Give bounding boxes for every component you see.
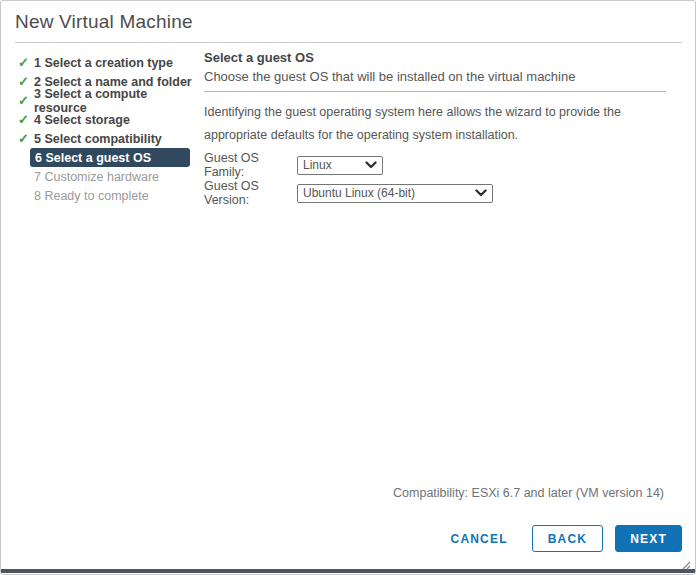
page-subheading: Choose the guest OS that will be install… — [204, 69, 575, 84]
next-button[interactable]: NEXT — [615, 525, 682, 552]
dialog-title: New Virtual Machine — [15, 11, 193, 33]
page-heading: Select a guest OS — [204, 50, 314, 65]
chevron-down-icon — [365, 161, 377, 169]
step-8-ready-to-complete: 8 Ready to complete — [15, 186, 201, 205]
compatibility-status: Compatibility: ESXi 6.7 and later (VM ve… — [393, 486, 664, 500]
checkmark-icon: ✓ — [15, 55, 34, 70]
checkmark-icon: ✓ — [15, 93, 34, 108]
guest-os-family-row: Guest OS Family: Linux — [204, 151, 383, 179]
new-vm-wizard-dialog: New Virtual Machine ✓ 1 Select a creatio… — [0, 0, 696, 575]
guest-os-family-select[interactable]: Linux — [297, 156, 383, 175]
title-divider — [15, 42, 682, 43]
guest-os-version-row: Guest OS Version: Ubuntu Linux (64-bit) — [204, 179, 493, 207]
resize-handle-icon[interactable] — [682, 556, 691, 565]
checkmark-icon: ✓ — [15, 74, 34, 89]
checkmark-icon: ✓ — [15, 131, 34, 146]
back-button[interactable]: BACK — [532, 525, 603, 552]
wizard-steps-sidebar: ✓ 1 Select a creation type ✓ 2 Select a … — [15, 53, 201, 205]
chevron-down-icon — [475, 189, 487, 197]
content-divider — [204, 91, 666, 92]
step-1-select-creation-type[interactable]: ✓ 1 Select a creation type — [15, 53, 201, 72]
guest-os-version-select[interactable]: Ubuntu Linux (64-bit) — [297, 184, 493, 203]
step-6-select-guest-os[interactable]: 6 Select a guest OS — [30, 148, 190, 167]
cancel-button[interactable]: CANCEL — [447, 525, 512, 552]
step-7-customize-hardware: 7 Customize hardware — [15, 167, 201, 186]
guest-os-family-label: Guest OS Family: — [204, 151, 297, 179]
dialog-bottom-edge — [1, 569, 695, 573]
guest-os-version-label: Guest OS Version: — [204, 179, 297, 207]
guest-os-family-value: Linux — [303, 158, 332, 172]
guest-os-description: Identifying the guest operating system h… — [204, 101, 682, 146]
step-3-select-compute-resource[interactable]: ✓ 3 Select a compute resource — [15, 91, 201, 110]
guest-os-version-value: Ubuntu Linux (64-bit) — [303, 186, 415, 200]
checkmark-icon: ✓ — [15, 112, 34, 127]
footer-buttons: CANCEL BACK NEXT — [447, 525, 682, 552]
step-5-select-compatibility[interactable]: ✓ 5 Select compatibility — [15, 129, 201, 148]
